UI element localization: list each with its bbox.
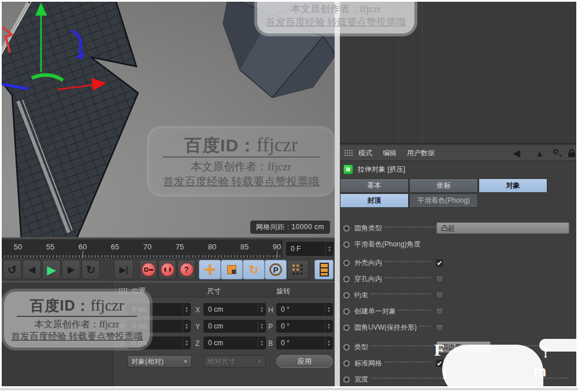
keyframe-bullet-icon[interactable] — [343, 344, 350, 350]
watermark-id-value: ffjczr — [91, 297, 124, 314]
app-area: 网格间距 : 10000 cm 百度ID：ffjczr 本文原创作者：ffjcz… — [2, 2, 576, 386]
loop-icon: ↻ — [86, 263, 95, 277]
history-back-icon[interactable]: ◀ — [513, 147, 520, 159]
timeline-ruler[interactable]: 50 55 60 65 70 75 80 85 90 — [2, 240, 283, 259]
axis-label: B — [268, 339, 273, 348]
keyframe-bullet-icon[interactable] — [343, 308, 350, 315]
timeline[interactable]: 50 55 60 65 70 75 80 85 90 0 F ▲▼ — [2, 237, 335, 258]
loop-button[interactable]: ↻ — [81, 260, 100, 279]
size-x-field[interactable]: 0 cm▲▼ — [203, 303, 266, 316]
record-parameter-button[interactable]: P — [265, 260, 287, 279]
tab-object[interactable]: 对象 — [479, 178, 547, 193]
watermark-fragment: m — [533, 363, 546, 380]
property-label: 类型 — [354, 342, 368, 352]
property-label: 圆角类型 — [354, 223, 382, 233]
rotation-p-field[interactable]: 0 °▲▼ — [276, 320, 333, 333]
frame-marker — [277, 251, 277, 258]
tick-label: 85 — [236, 242, 253, 251]
window-bottom-edge — [0, 388, 578, 390]
tab-coordinates[interactable]: 坐标 — [409, 178, 478, 193]
record-key-icon — [142, 263, 155, 277]
parent-up-icon[interactable]: ▲ — [535, 148, 544, 158]
stepper-down-icon[interactable]: ▼ — [328, 249, 331, 252]
dotted-leader — [398, 309, 431, 311]
axis-label: P — [268, 323, 273, 331]
point-level-icon — [292, 264, 303, 275]
autokey-icon — [161, 263, 175, 277]
size-y-field[interactable]: 0 cm▲▼ — [203, 320, 266, 333]
panel-grid-icon[interactable] — [344, 150, 353, 156]
rotation-h-field[interactable]: 0 °▲▼ — [276, 303, 333, 316]
menu-mode[interactable]: 模式 — [358, 148, 372, 158]
record-scale-button[interactable] — [221, 260, 243, 279]
keyframe-bullet-icon[interactable] — [343, 241, 350, 248]
menu-edit[interactable]: 编辑 — [383, 148, 397, 158]
lightning-bolt-object — [2, 2, 138, 237]
keyframe-bullet-icon[interactable] — [343, 260, 350, 266]
watermark-fragment: ！ — [539, 345, 552, 362]
watermark-top: 百度ID：ffjczr 本文原创作者：ffjczr 首发百度经验 转载要点赞投票… — [257, 2, 414, 33]
single-object-checkbox[interactable] — [436, 308, 443, 315]
watermark-id-value: ffjczr — [257, 135, 298, 155]
fillet-uvw-checkbox[interactable] — [436, 324, 443, 331]
record-rotation-button[interactable]: ↻ — [243, 260, 265, 279]
size-z-field[interactable]: 0 cm▲▼ — [203, 337, 266, 349]
property-label: 标准网格 — [354, 359, 382, 368]
keyframe-bullet-icon[interactable] — [343, 225, 350, 232]
goto-end-button[interactable]: ▶| — [114, 260, 134, 279]
watermark-line3: 首发百度经验 转载要点赞投票哦 — [264, 16, 407, 29]
minor-ticks — [4, 255, 280, 257]
tick-label: 55 — [42, 242, 59, 251]
coordinate-mode-dropdown[interactable]: 对象(相对)▼ — [127, 355, 192, 368]
rotation-b-field[interactable]: 0 °▲▼ — [276, 337, 333, 349]
record-point-level-button[interactable] — [287, 260, 309, 279]
watermark-line2: 本文原创作者：ffjczr — [157, 159, 325, 174]
viewport-canvas — [2, 2, 335, 237]
check-icon: ✔ — [436, 360, 442, 368]
watermark-line2: 本文原创作者：ffjczr — [264, 2, 407, 16]
autokey-button[interactable] — [158, 260, 176, 279]
property-label: 平滑着色(Phong)角度 — [354, 240, 421, 249]
tab-basic[interactable]: 基本 — [340, 178, 409, 193]
menu-user-data[interactable]: 用户数据 — [407, 148, 435, 158]
record-keyframe-button[interactable] — [139, 260, 157, 279]
rotate-icon: ↻ — [249, 263, 259, 277]
lock-icon[interactable] — [568, 149, 575, 157]
keyframe-bullet-icon[interactable] — [343, 360, 350, 367]
size-header: 尺寸 — [207, 286, 221, 296]
record-position-button[interactable] — [199, 260, 221, 279]
current-frame-field[interactable]: 0 F ▲▼ — [286, 242, 334, 256]
apply-button[interactable]: 应用 — [276, 355, 333, 368]
size-mode-dropdown[interactable]: 绝对尺寸▼ — [203, 355, 266, 368]
constrain-checkbox[interactable] — [436, 292, 443, 299]
tab-phong[interactable]: 平滑着色(Phong) — [409, 193, 478, 208]
shell-inward-checkbox[interactable]: ✔ — [436, 259, 443, 267]
tab-caps[interactable]: 封顶 — [340, 193, 409, 208]
property-label: 穿孔向内 — [354, 274, 382, 284]
keyframe-selection-button[interactable]: ? — [177, 260, 195, 279]
frame-stepper[interactable]: ▲▼ — [325, 242, 333, 255]
solo-animation-button[interactable] — [314, 260, 334, 279]
keyframe-bullet-icon[interactable] — [343, 292, 350, 298]
property-row-constrain: 约束 — [343, 288, 573, 302]
search-icon[interactable] — [553, 149, 561, 157]
jump-start-button[interactable]: ↺ — [3, 260, 21, 279]
watermark-fragment: F — [434, 340, 444, 360]
dropdown-arrow-icon: ▼ — [257, 359, 262, 364]
next-key-icon: ▶ — [68, 264, 75, 275]
play-button[interactable]: ▶ — [42, 260, 61, 279]
watermark-fragment: j — [443, 365, 447, 379]
tick-label: 80 — [203, 242, 221, 251]
prev-key-button[interactable]: ◀ — [23, 260, 41, 279]
hole-inward-checkbox[interactable] — [436, 275, 443, 283]
property-label: 创建单一对象 — [354, 307, 396, 316]
viewport-3d[interactable]: 网格间距 : 10000 cm — [2, 2, 335, 237]
keyframe-bullet-icon[interactable] — [343, 324, 350, 331]
keyframe-bullet-icon[interactable] — [343, 376, 350, 383]
fillet-type-select[interactable]: 凸起 — [436, 222, 569, 234]
axis-label: Y — [195, 323, 200, 331]
keyframe-bullet-icon[interactable] — [343, 276, 350, 282]
next-key-button[interactable]: ▶ — [62, 260, 80, 279]
window-divider[interactable] — [335, 2, 340, 386]
play-icon: ▶ — [47, 263, 56, 277]
